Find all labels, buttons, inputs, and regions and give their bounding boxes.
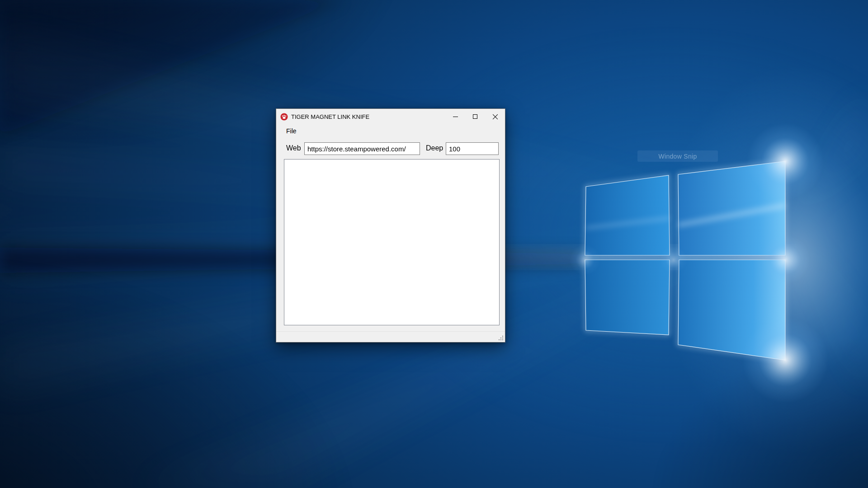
web-label: Web <box>286 144 301 152</box>
form-row: Web Deep <box>276 142 505 156</box>
web-input[interactable] <box>304 142 420 155</box>
desktop: Window Snip TIGER MAGNET LINK KNIFE <box>0 0 868 488</box>
close-icon <box>492 114 498 120</box>
window-snip-ghost: Window Snip <box>637 150 718 162</box>
app-window: TIGER MAGNET LINK KNIFE File Web Deep <box>276 108 505 343</box>
window-title: TIGER MAGNET LINK KNIFE <box>291 113 369 120</box>
minimize-icon <box>453 117 458 117</box>
caption-buttons <box>445 109 505 124</box>
close-button[interactable] <box>485 109 505 124</box>
status-bar <box>276 331 505 342</box>
menu-item-file[interactable]: File <box>282 126 301 136</box>
menu-bar: File <box>276 124 505 138</box>
minimize-button[interactable] <box>445 109 465 124</box>
maximize-button[interactable] <box>465 109 485 124</box>
window-snip-ghost-label: Window Snip <box>658 153 697 160</box>
title-bar: TIGER MAGNET LINK KNIFE <box>276 109 505 124</box>
app-paw-icon <box>280 113 288 121</box>
results-list[interactable] <box>284 159 500 325</box>
deep-input[interactable] <box>446 142 499 155</box>
resize-grip[interactable] <box>498 335 504 341</box>
maximize-icon <box>473 114 477 119</box>
deep-label: Deep <box>426 144 443 152</box>
